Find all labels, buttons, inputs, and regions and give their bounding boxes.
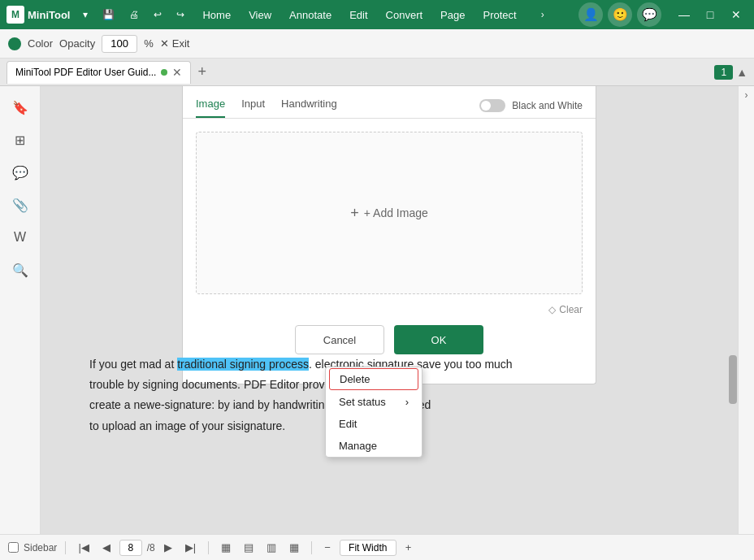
sidebar-bookmark-icon[interactable]: 🔖	[6, 93, 35, 122]
sidebar-checkbox[interactable]	[8, 542, 19, 553]
separator-2	[208, 541, 209, 554]
add-tab-button[interactable]: +	[194, 63, 210, 80]
context-menu-edit[interactable]: Edit	[326, 413, 422, 435]
sidebar-word-icon[interactable]: W	[6, 223, 35, 252]
bottom-bar: Sidebar |◀ ◀ /8 ▶ ▶| ▦ ▤ ▥ ▦ − +	[0, 534, 754, 560]
save-btn[interactable]: 💾	[98, 3, 119, 26]
toggle-label: Black and White	[512, 100, 583, 111]
opacity-input[interactable]	[102, 35, 137, 53]
multi-page-btn[interactable]: ▦	[285, 540, 303, 555]
scrollbar-thumb[interactable]	[729, 355, 737, 404]
left-sidebar: 🔖 ⊞ 💬 📎 W 🔍	[0, 86, 41, 534]
nav-more-btn[interactable]: ›	[536, 3, 549, 26]
title-bar-menu-btn[interactable]: ▾	[78, 3, 93, 26]
separator-1	[65, 541, 66, 554]
tab-counter: 1	[714, 65, 733, 80]
minimize-btn[interactable]: —	[673, 3, 696, 26]
context-menu-set-status[interactable]: Set status ›	[326, 391, 422, 413]
window-controls: — □ ✕	[673, 3, 748, 26]
zoom-out-btn[interactable]: −	[320, 540, 335, 555]
undo-btn[interactable]: ↩	[149, 3, 167, 26]
chat-btn[interactable]: 💬	[637, 2, 661, 27]
close-btn[interactable]: ✕	[725, 3, 748, 26]
app-name: MiniTool	[28, 9, 70, 21]
image-upload-area[interactable]: + + Add Image	[196, 132, 583, 294]
nav-protect[interactable]: Protect	[474, 6, 524, 24]
doc-highlighted-text: traditional signing process	[177, 358, 309, 371]
submenu-arrow-icon: ›	[405, 396, 409, 408]
total-pages: /8	[147, 542, 155, 553]
color-label: Color	[28, 37, 53, 50]
add-image-button[interactable]: + + Add Image	[350, 205, 428, 222]
single-page-btn[interactable]: ▦	[217, 540, 235, 555]
sidebar-comment-icon[interactable]: 💬	[6, 158, 35, 187]
content-area: Image Input Handwriting Black and White …	[41, 86, 738, 534]
right-sidebar: ›	[738, 86, 754, 534]
clear-icon: ◇	[548, 304, 556, 315]
toggle-switch[interactable]	[479, 99, 505, 112]
context-menu: Delete Set status › Edit Manage	[325, 367, 422, 458]
tab-bar: MiniTool PDF Editor User Guid... ✕ + 1 ▲	[0, 59, 754, 86]
doc-text-pre1: If you get mad at	[89, 358, 177, 371]
zoom-input[interactable]	[340, 540, 396, 556]
tab-handwriting[interactable]: Handwriting	[281, 93, 337, 118]
nav-convert[interactable]: Convert	[378, 6, 431, 24]
plus-icon: +	[350, 205, 359, 222]
sidebar-label: Sidebar	[24, 542, 57, 553]
exit-button[interactable]: ✕ Exit	[160, 37, 190, 50]
dialog-content: + + Add Image ◇ Clear Cancel OK	[183, 119, 596, 367]
title-icons: 👤 🙂 💬	[578, 2, 661, 27]
prev-page-btn[interactable]: ◀	[98, 540, 115, 555]
dialog-tabs: Image Input Handwriting Black and White	[183, 86, 596, 119]
opacity-label: Opacity	[59, 37, 95, 50]
context-menu-manage[interactable]: Manage	[326, 435, 422, 457]
separator-3	[311, 541, 312, 554]
redo-btn[interactable]: ↪	[171, 3, 189, 26]
logo-icon: M	[6, 6, 24, 24]
main-layout: 🔖 ⊞ 💬 📎 W 🔍 Image Input Handwriting Blac…	[0, 86, 754, 534]
color-swatch[interactable]	[8, 37, 21, 50]
tab-input[interactable]: Input	[241, 93, 265, 118]
toggle-knob	[481, 101, 491, 111]
tab-collapse-arrow[interactable]: ▲	[736, 66, 748, 79]
toolbar: Color Opacity % ✕ Exit	[0, 29, 754, 59]
exit-icon: ✕	[160, 37, 169, 50]
scrollbar-track[interactable]	[728, 86, 738, 534]
maximize-btn[interactable]: □	[699, 3, 722, 26]
nav-bar: Home View Annotate Edit Convert Page Pro…	[194, 6, 524, 24]
title-bar: M MiniTool ▾ 💾 🖨 ↩ ↪ Home View Annotate …	[0, 0, 754, 29]
sidebar-grid-icon[interactable]: ⊞	[6, 125, 35, 154]
sidebar-search-icon[interactable]: 🔍	[6, 255, 35, 284]
print-btn[interactable]: 🖨	[124, 3, 144, 26]
current-page-input[interactable]	[119, 540, 142, 556]
tab-title: MiniTool PDF Editor User Guid...	[15, 67, 156, 78]
zoom-in-btn[interactable]: +	[401, 540, 416, 555]
tab-image[interactable]: Image	[196, 93, 225, 118]
nav-edit[interactable]: Edit	[341, 6, 375, 24]
app-logo: M MiniTool	[6, 6, 70, 24]
right-sidebar-toggle[interactable]: ›	[745, 89, 748, 101]
scroll-page-btn[interactable]: ▥	[262, 540, 280, 555]
nav-page[interactable]: Page	[432, 6, 473, 24]
clear-button[interactable]: ◇ Clear	[196, 304, 583, 315]
black-white-toggle: Black and White	[479, 93, 583, 118]
sidebar-attachment-icon[interactable]: 📎	[6, 190, 35, 219]
first-page-btn[interactable]: |◀	[74, 540, 93, 555]
two-page-btn[interactable]: ▤	[240, 540, 258, 555]
clear-label: Clear	[559, 304, 583, 315]
user-circle-btn[interactable]: 👤	[578, 2, 603, 27]
nav-view[interactable]: View	[240, 6, 280, 24]
nav-home[interactable]: Home	[194, 6, 239, 24]
account-btn[interactable]: 🙂	[608, 2, 632, 27]
nav-annotate[interactable]: Annotate	[281, 6, 340, 24]
next-page-btn[interactable]: ▶	[160, 540, 176, 555]
percent-label: %	[144, 37, 154, 50]
active-tab[interactable]: MiniTool PDF Editor User Guid... ✕	[6, 61, 191, 84]
tab-unsaved-dot	[161, 69, 167, 76]
add-image-label: + Add Image	[364, 206, 428, 219]
context-menu-delete[interactable]: Delete	[329, 368, 418, 390]
tab-close-icon[interactable]: ✕	[172, 66, 182, 79]
last-page-btn[interactable]: ▶|	[181, 540, 200, 555]
